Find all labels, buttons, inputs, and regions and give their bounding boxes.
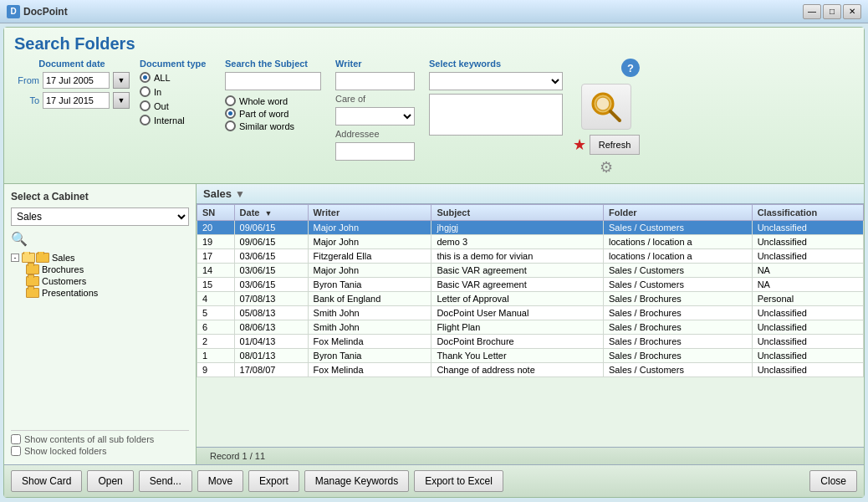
col-folder[interactable]: Folder bbox=[604, 205, 753, 221]
window-controls[interactable]: — □ ✕ bbox=[803, 4, 861, 19]
radio-whole-word-label: Whole word bbox=[239, 96, 288, 106]
bottom-bar: Show Card Open Send... Move Export Manag… bbox=[4, 464, 864, 497]
search-panel: Search Folders Document date From ▼ To ▼ bbox=[4, 28, 864, 184]
table-subtitle: ▼ bbox=[235, 188, 245, 200]
close-button[interactable]: Close bbox=[809, 470, 857, 492]
close-button[interactable]: ✕ bbox=[843, 4, 861, 19]
table-row[interactable]: 108/01/13Byron TaniaThank You LetterSale… bbox=[197, 349, 864, 363]
cell-writer: Fox Melinda bbox=[308, 335, 431, 349]
export-button[interactable]: Export bbox=[248, 470, 299, 492]
subject-input[interactable] bbox=[225, 72, 321, 90]
col-writer[interactable]: Writer bbox=[308, 205, 431, 221]
radio-part-of-word[interactable]: Part of word bbox=[225, 108, 325, 119]
radio-in-label: In bbox=[154, 87, 161, 97]
gear-icon[interactable]: ⚙ bbox=[600, 158, 613, 177]
radio-all-circle[interactable] bbox=[140, 72, 151, 83]
col-classification[interactable]: Classification bbox=[752, 205, 863, 221]
radio-in-circle[interactable] bbox=[140, 86, 151, 97]
addressee-input[interactable] bbox=[335, 142, 415, 161]
to-date-input[interactable] bbox=[43, 92, 110, 109]
sidebar-search-icon[interactable]: 🔍 bbox=[11, 231, 28, 247]
cell-sn: 17 bbox=[197, 249, 235, 264]
show-subfolders-row[interactable]: Show contents of all sub folders bbox=[11, 434, 189, 444]
careof-dropdown[interactable] bbox=[335, 107, 415, 126]
radio-internal[interactable]: Internal bbox=[140, 115, 215, 126]
table-row[interactable]: 1703/06/15Fitzgerald Ellathis is a demo … bbox=[197, 249, 864, 264]
show-locked-checkbox[interactable] bbox=[11, 446, 21, 456]
minimize-button[interactable]: — bbox=[803, 4, 821, 19]
manage-keywords-button[interactable]: Manage Keywords bbox=[304, 470, 409, 492]
refresh-button[interactable]: Refresh bbox=[590, 135, 640, 155]
cell-writer: Smith John bbox=[308, 306, 431, 320]
cell-subject: DocPoint User Manual bbox=[431, 306, 604, 320]
keywords-dropdown[interactable] bbox=[429, 72, 563, 90]
radio-similar-words[interactable]: Similar words bbox=[225, 120, 325, 131]
radio-part-of-word-circle[interactable] bbox=[225, 108, 236, 119]
cell-folder: Sales / Brochures bbox=[604, 306, 753, 320]
cell-folder: locations / location a bbox=[604, 235, 753, 249]
cell-classification: Unclassified bbox=[752, 221, 863, 235]
show-subfolders-checkbox[interactable] bbox=[11, 434, 21, 444]
table-row[interactable]: 917/08/07Fox MelindaChange of address no… bbox=[197, 363, 864, 377]
content-area: Select a Cabinet Sales 🔍 - Sales bbox=[4, 184, 864, 464]
keywords-textarea[interactable] bbox=[429, 94, 563, 136]
results-table: SN Date ▼ Writer Subject Folder Classifi… bbox=[197, 204, 864, 377]
show-locked-row[interactable]: Show locked folders bbox=[11, 446, 189, 456]
radio-internal-circle[interactable] bbox=[140, 115, 151, 126]
table-row[interactable]: 1503/06/15Byron TaniaBasic VAR agreement… bbox=[197, 278, 864, 292]
keywords-label: Select keywords bbox=[429, 59, 563, 69]
sidebar: Select a Cabinet Sales 🔍 - Sales bbox=[4, 184, 197, 464]
radio-whole-word[interactable]: Whole word bbox=[225, 95, 325, 106]
cell-classification: Personal bbox=[752, 292, 863, 306]
table-row[interactable]: 608/06/13Smith JohnFlight PlanSales / Br… bbox=[197, 320, 864, 335]
to-date-picker-button[interactable]: ▼ bbox=[113, 92, 130, 109]
cell-folder: Sales / Customers bbox=[604, 221, 753, 235]
radio-out-circle[interactable] bbox=[140, 100, 151, 111]
table-row[interactable]: 407/08/13Bank of EnglandLetter of Approv… bbox=[197, 292, 864, 306]
table-row[interactable]: 2009/06/15Major JohnjhgjgjSales / Custom… bbox=[197, 221, 864, 235]
help-icon[interactable]: ? bbox=[621, 59, 640, 77]
send-button[interactable]: Send... bbox=[139, 470, 192, 492]
show-card-button[interactable]: Show Card bbox=[11, 470, 82, 492]
tree-node-presentations[interactable]: Presentations bbox=[26, 287, 189, 299]
move-button[interactable]: Move bbox=[197, 470, 243, 492]
expand-sales-icon[interactable]: - bbox=[11, 254, 19, 262]
col-date[interactable]: Date ▼ bbox=[234, 205, 308, 221]
table-body: 2009/06/15Major JohnjhgjgjSales / Custom… bbox=[197, 221, 864, 377]
cell-sn: 6 bbox=[197, 320, 235, 335]
cell-classification: Unclassified bbox=[752, 320, 863, 335]
col-sn[interactable]: SN bbox=[197, 205, 235, 221]
svg-point-1 bbox=[596, 97, 610, 110]
radio-in[interactable]: In bbox=[140, 86, 215, 97]
cabinet-dropdown[interactable]: Sales bbox=[11, 207, 189, 226]
cell-writer: Fitzgerald Ella bbox=[308, 249, 431, 264]
cell-folder: Sales / Brochures bbox=[604, 335, 753, 349]
brochures-folder-icon bbox=[26, 264, 39, 274]
cell-subject: Basic VAR agreement bbox=[431, 278, 604, 292]
table-row[interactable]: 505/08/13Smith JohnDocPoint User ManualS… bbox=[197, 306, 864, 320]
cell-date: 01/04/13 bbox=[234, 335, 308, 349]
tree-node-customers[interactable]: Customers bbox=[26, 275, 189, 287]
table-row[interactable]: 1403/06/15Major JohnBasic VAR agreementS… bbox=[197, 264, 864, 278]
from-date-picker-button[interactable]: ▼ bbox=[113, 72, 130, 89]
show-subfolders-label: Show contents of all sub folders bbox=[24, 434, 154, 444]
open-button[interactable]: Open bbox=[87, 470, 133, 492]
radio-out[interactable]: Out bbox=[140, 100, 215, 111]
tree-node-sales[interactable]: - Sales bbox=[11, 252, 189, 264]
radio-whole-word-circle[interactable] bbox=[225, 95, 236, 106]
radio-similar-words-circle[interactable] bbox=[225, 120, 236, 131]
col-subject[interactable]: Subject bbox=[431, 205, 604, 221]
tree-node-brochures[interactable]: Brochures bbox=[26, 264, 189, 275]
search-button[interactable] bbox=[581, 84, 631, 130]
export-to-excel-button[interactable]: Export to Excel bbox=[414, 470, 503, 492]
table-row[interactable]: 1909/06/15Major Johndemo 3locations / lo… bbox=[197, 235, 864, 249]
writer-input[interactable] bbox=[335, 72, 415, 90]
maximize-button[interactable]: □ bbox=[823, 4, 841, 19]
star-icon[interactable]: ★ bbox=[573, 136, 586, 154]
table-row[interactable]: 201/04/13Fox MelindaDocPoint BrochureSal… bbox=[197, 335, 864, 349]
sales-folder-icons bbox=[22, 253, 49, 263]
from-date-input[interactable] bbox=[43, 72, 110, 89]
cell-sn: 20 bbox=[197, 221, 235, 235]
cell-date: 03/06/15 bbox=[234, 249, 308, 264]
radio-all[interactable]: ALL bbox=[140, 72, 215, 83]
